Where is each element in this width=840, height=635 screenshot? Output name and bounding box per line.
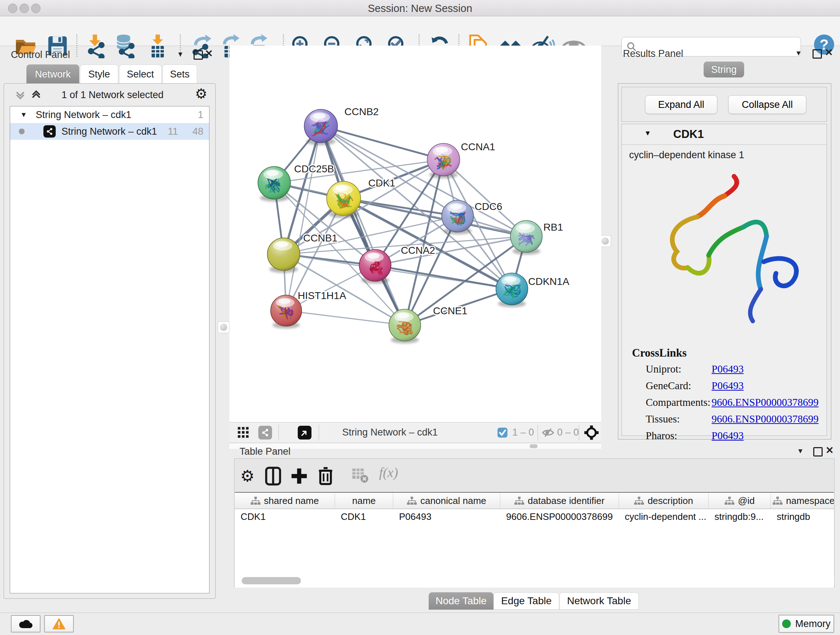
cytoscape-window: Session: New Session xyxy=(0,0,840,635)
warning-button[interactable] xyxy=(44,615,74,632)
column-header-description[interactable]: description xyxy=(619,493,709,509)
network-canvas[interactable]: CCNB2CCNA1CDC25BCDK1CDC6RB1CCNB1CCNA2CDK… xyxy=(229,46,601,422)
collapse-all-networks-icon[interactable] xyxy=(15,89,26,100)
gene-section-header[interactable]: ▼ CDK1 xyxy=(622,124,827,145)
network-selection-status: 1 of 1 Network selected xyxy=(47,89,178,101)
import-table-icon[interactable] xyxy=(145,34,170,58)
column-type-icon xyxy=(725,496,734,505)
column-type-icon xyxy=(251,496,261,505)
crosslink-label: Pharos: xyxy=(646,430,677,441)
gene-name: CDK1 xyxy=(673,128,704,141)
results-panel-float-icon[interactable] xyxy=(813,49,822,59)
birdseye-view-icon[interactable] xyxy=(298,426,311,440)
network-current-dot-icon xyxy=(19,128,25,134)
table-options-gear-icon[interactable]: ⚙ xyxy=(240,467,254,487)
tab-node-table[interactable]: Node Table xyxy=(429,592,493,610)
tab-select[interactable]: Select xyxy=(119,65,162,84)
column-type-icon xyxy=(515,496,524,505)
table-panel-menu-icon[interactable]: ▼ xyxy=(797,447,804,455)
results-panel-title: Results Panel xyxy=(623,48,684,59)
network-options-gear-icon[interactable]: ⚙ xyxy=(195,86,207,102)
svg-text:CDKN1A: CDKN1A xyxy=(528,276,569,287)
string-network-icon xyxy=(43,125,56,138)
table-cell[interactable]: cyclin-dependent ... xyxy=(619,509,709,524)
column-type-icon xyxy=(634,496,644,505)
collection-caret-icon[interactable]: ▼ xyxy=(20,111,27,119)
table-row[interactable]: CDK1CDK1P064939606.ENSP00000378699cyclin… xyxy=(235,509,834,524)
column-label: database identifier xyxy=(528,495,605,507)
memory-button[interactable]: Memory xyxy=(778,615,834,633)
table-panel-float-icon[interactable] xyxy=(813,447,823,456)
status-bar: Memory xyxy=(0,613,840,635)
left-splitter-handle[interactable] xyxy=(218,321,229,333)
network-view-toolbar: String Network – cdk1 1 – 0 0 – 0 xyxy=(229,422,601,443)
table-cell[interactable]: P06493 xyxy=(393,509,500,524)
control-panel-float-icon[interactable] xyxy=(194,50,203,60)
column-header-canonical-name[interactable]: canonical name xyxy=(393,493,500,509)
network-tab-panel: 1 of 1 Network selected ⚙ ▼ String Netwo… xyxy=(4,83,216,599)
table-header-row[interactable]: shared namenamecanonical namedatabase id… xyxy=(235,493,834,509)
column-header-name[interactable]: name xyxy=(335,493,393,509)
column-header-@id[interactable]: @id xyxy=(709,493,771,509)
table-cell[interactable]: 9606.ENSP00000378699 xyxy=(500,509,619,524)
crosslink-link[interactable]: P06493 xyxy=(712,380,744,392)
scrollbar-thumb[interactable] xyxy=(242,577,301,584)
hidden-eye-icon[interactable] xyxy=(542,427,554,438)
table-cell[interactable]: stringdb:9... xyxy=(709,509,771,524)
svg-text:RB1: RB1 xyxy=(543,222,563,233)
function-builder-icon: f(x) xyxy=(379,464,398,485)
string-result-section: ▼ CDK1 cyclin–dependent kinase 1 CrossLi… xyxy=(622,124,827,436)
table-cell[interactable]: stringdb xyxy=(771,509,834,524)
cloud-button[interactable] xyxy=(11,615,41,632)
show-columns-icon[interactable] xyxy=(265,467,285,487)
horizontal-splitter-handle[interactable] xyxy=(530,444,538,448)
memory-label: Memory xyxy=(795,618,831,630)
svg-text:CDK1: CDK1 xyxy=(368,177,395,188)
import-network-file-icon[interactable] xyxy=(84,34,109,58)
tab-style[interactable]: Style xyxy=(80,65,118,84)
results-panel-close-icon[interactable]: ✕ xyxy=(825,47,833,58)
delete-table-icon xyxy=(352,467,372,487)
network-list: ▼ String Network – cdk1 1 String Network… xyxy=(10,106,210,593)
column-header-database-identifier[interactable]: database identifier xyxy=(500,493,619,509)
control-panel-close-icon[interactable]: ✕ xyxy=(205,48,213,59)
collapse-all-button[interactable]: Collapse All xyxy=(728,95,806,114)
column-label: name xyxy=(352,495,376,507)
tab-sets[interactable]: Sets xyxy=(163,65,197,84)
table-cell[interactable]: CDK1 xyxy=(235,509,335,524)
column-header-namespace[interactable]: namespace xyxy=(771,493,834,509)
tab-network[interactable]: Network xyxy=(27,65,79,84)
svg-text:CCNA2: CCNA2 xyxy=(401,245,435,256)
table-panel-close-icon[interactable]: ✕ xyxy=(826,445,834,456)
control-panel-menu-icon[interactable]: ▼ xyxy=(177,50,184,58)
table-horizontal-scrollbar[interactable] xyxy=(235,577,834,585)
crosslink-link[interactable]: 9606.ENSP00000378699 xyxy=(712,396,819,409)
delete-column-icon[interactable] xyxy=(317,467,338,487)
expand-all-networks-icon[interactable] xyxy=(31,89,42,100)
import-network-database-icon[interactable] xyxy=(112,34,137,58)
crosslink-link[interactable]: P06493 xyxy=(712,430,744,442)
gene-description: cyclin–dependent kinase 1 xyxy=(629,149,744,161)
expand-all-button[interactable]: Expand All xyxy=(645,95,717,114)
grid-view-icon[interactable] xyxy=(237,426,249,439)
network-row[interactable]: String Network – cdk1 11 48 xyxy=(10,123,209,140)
column-label: canonical name xyxy=(420,495,486,507)
crosslink-link[interactable]: 9606.ENSP00000378699 xyxy=(712,413,819,425)
selected-checkbox-icon[interactable] xyxy=(497,427,508,438)
table-cell[interactable]: CDK1 xyxy=(335,509,393,524)
tab-edge-table[interactable]: Edge Table xyxy=(493,592,559,610)
gene-caret-icon[interactable]: ▼ xyxy=(644,129,651,137)
network-graph[interactable]: CCNB2CCNA1CDC25BCDK1CDC6RB1CCNB1CCNA2CDK… xyxy=(229,46,601,422)
add-column-icon[interactable] xyxy=(291,467,311,487)
fit-selection-crosshair-icon[interactable] xyxy=(584,425,599,440)
column-label: @id xyxy=(738,495,755,507)
string-view-icon[interactable] xyxy=(258,426,272,440)
column-header-shared-name[interactable]: shared name xyxy=(235,493,335,509)
network-collection-row[interactable]: ▼ String Network – cdk1 1 xyxy=(10,106,209,123)
svg-text:CDC6: CDC6 xyxy=(475,201,502,212)
results-panel-menu-icon[interactable]: ▼ xyxy=(795,49,802,57)
svg-text:CCNB2: CCNB2 xyxy=(344,106,379,117)
tab-network-table[interactable]: Network Table xyxy=(559,592,639,610)
tab-string[interactable]: String xyxy=(704,62,744,78)
crosslink-link[interactable]: P06493 xyxy=(712,363,744,375)
